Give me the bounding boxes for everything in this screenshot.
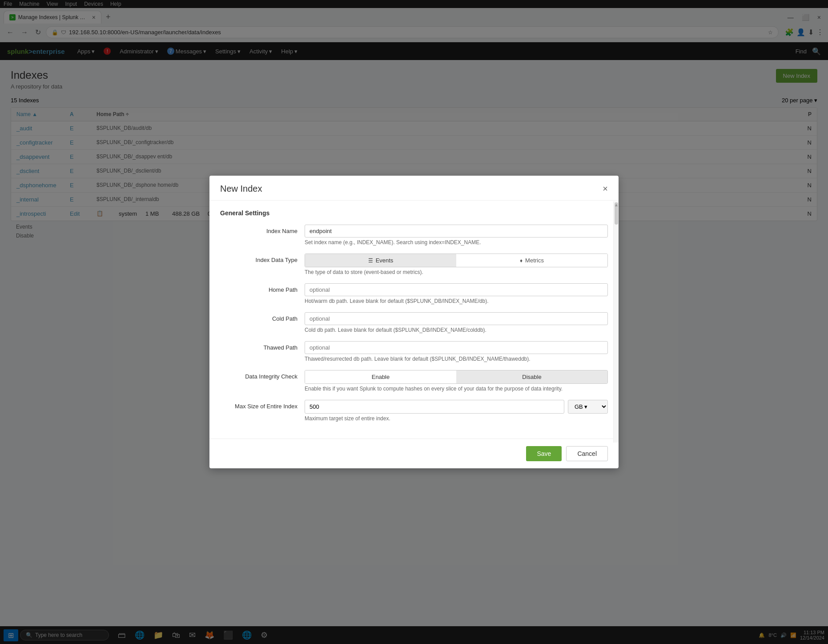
index-name-help: Set index name (e.g., INDEX_NAME). Searc… bbox=[305, 239, 608, 246]
home-path-help: Hot/warm db path. Leave blank for defaul… bbox=[305, 298, 608, 304]
home-path-row: Home Path Hot/warm db path. Leave blank … bbox=[220, 283, 608, 304]
cold-path-input[interactable] bbox=[305, 312, 608, 325]
new-index-modal: ▲ New Index × General Settings Index Nam… bbox=[209, 176, 619, 327]
modal-close-button[interactable]: × bbox=[603, 184, 608, 194]
data-type-help: The type of data to store (event-based o… bbox=[305, 269, 608, 275]
modal-body: General Settings Index Name Set index na… bbox=[209, 201, 619, 327]
metrics-toggle-btn[interactable]: ♦ Metrics bbox=[456, 254, 607, 267]
metrics-label: Metrics bbox=[525, 257, 544, 264]
index-data-type-label: Index Data Type bbox=[220, 254, 305, 263]
index-data-type-row: Index Data Type ☰ Events ♦ Metrics The t… bbox=[220, 254, 608, 275]
index-name-label: Index Name bbox=[220, 225, 305, 234]
index-data-type-control: ☰ Events ♦ Metrics The type of data to s… bbox=[305, 254, 608, 275]
modal-overlay: ▲ New Index × General Settings Index Nam… bbox=[0, 0, 828, 327]
index-name-control: Set index name (e.g., INDEX_NAME). Searc… bbox=[305, 225, 608, 246]
events-label: Events bbox=[376, 257, 394, 264]
index-name-row: Index Name Set index name (e.g., INDEX_N… bbox=[220, 225, 608, 246]
cold-path-control: Cold db path. Leave blank for default ($… bbox=[305, 312, 608, 327]
cold-path-label: Cold Path bbox=[220, 312, 305, 322]
modal-title: New Index bbox=[220, 184, 262, 194]
scroll-up-arrow[interactable]: ▲ bbox=[614, 202, 619, 207]
general-settings-title: General Settings bbox=[220, 209, 608, 217]
metrics-icon: ♦ bbox=[520, 258, 523, 264]
modal-header: New Index × bbox=[209, 176, 619, 201]
home-path-input[interactable] bbox=[305, 283, 608, 296]
modal-scrollbar-track[interactable]: ▲ bbox=[613, 201, 619, 327]
events-toggle-btn[interactable]: ☰ Events bbox=[305, 254, 456, 267]
home-path-label: Home Path bbox=[220, 283, 305, 293]
data-type-toggle-group: ☰ Events ♦ Metrics bbox=[305, 254, 608, 267]
home-path-control: Hot/warm db path. Leave blank for defaul… bbox=[305, 283, 608, 304]
index-name-input[interactable] bbox=[305, 225, 608, 237]
events-icon: ☰ bbox=[368, 258, 373, 264]
cold-path-row: Cold Path Cold db path. Leave blank for … bbox=[220, 312, 608, 327]
